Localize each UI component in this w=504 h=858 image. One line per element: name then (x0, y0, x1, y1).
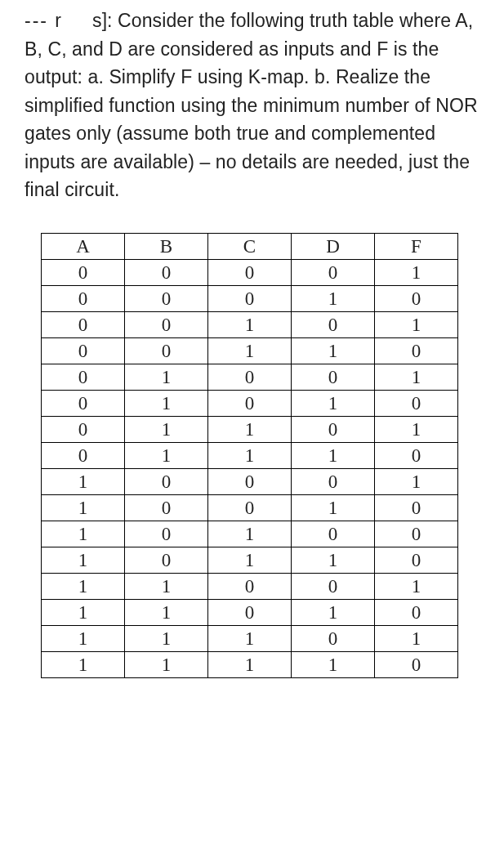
table-header: ABCDF (42, 233, 458, 259)
table-cell: 1 (292, 651, 375, 677)
table-row: 10100 (42, 521, 458, 547)
table-row: 10010 (42, 494, 458, 521)
table-header-cell: B (125, 233, 208, 259)
table-cell: 1 (42, 625, 125, 651)
table-cell: 0 (208, 494, 292, 521)
table-row: 10110 (42, 547, 458, 573)
table-cell: 1 (375, 364, 458, 390)
table-cell: 1 (375, 311, 458, 337)
table-cell: 1 (292, 285, 375, 311)
table-cell: 1 (125, 599, 208, 625)
table-cell: 1 (375, 573, 458, 599)
table-cell: 0 (375, 547, 458, 573)
table-cell: 1 (292, 494, 375, 521)
table-cell: 1 (292, 547, 375, 573)
table-row: 11010 (42, 599, 458, 625)
table-cell: 0 (292, 468, 375, 494)
table-cell: 1 (42, 573, 125, 599)
table-row: 11101 (42, 625, 458, 651)
table-cell: 1 (375, 468, 458, 494)
table-cell: 1 (42, 547, 125, 573)
table-cell: 1 (125, 625, 208, 651)
table-cell: 0 (208, 599, 292, 625)
table-cell: 0 (292, 521, 375, 547)
table-row: 11001 (42, 573, 458, 599)
table-cell: 0 (292, 364, 375, 390)
table-cell: 1 (125, 390, 208, 416)
table-cell: 1 (208, 416, 292, 442)
table-cell: 1 (208, 311, 292, 337)
table-row: 01101 (42, 416, 458, 442)
table-cell: 0 (375, 599, 458, 625)
table-cell: 1 (125, 442, 208, 468)
table-cell: 0 (375, 285, 458, 311)
table-cell: 0 (125, 259, 208, 285)
table-row: 00010 (42, 285, 458, 311)
table-cell: 0 (292, 311, 375, 337)
table-cell: 0 (125, 547, 208, 573)
table-row: 01010 (42, 390, 458, 416)
table-cell: 1 (292, 599, 375, 625)
table-row: 00001 (42, 259, 458, 285)
problem-prefix: --- r (25, 10, 92, 31)
table-row: 11110 (42, 651, 458, 677)
table-cell: 0 (208, 259, 292, 285)
table-row: 00101 (42, 311, 458, 337)
table-cell: 0 (125, 494, 208, 521)
table-cell: 0 (375, 521, 458, 547)
table-cell: 0 (292, 416, 375, 442)
table-body: 0000100010001010011001001010100110101110… (42, 259, 458, 677)
problem-body: s]: Consider the following truth table w… (25, 10, 478, 200)
table-cell: 0 (375, 494, 458, 521)
table-header-cell: D (292, 233, 375, 259)
table-cell: 1 (208, 442, 292, 468)
table-cell: 1 (42, 468, 125, 494)
table-cell: 0 (42, 259, 125, 285)
table-cell: 0 (42, 364, 125, 390)
table-cell: 1 (375, 416, 458, 442)
table-cell: 0 (292, 573, 375, 599)
table-cell: 0 (208, 390, 292, 416)
table-row: 00110 (42, 337, 458, 364)
table-cell: 0 (292, 625, 375, 651)
table-cell: 1 (208, 547, 292, 573)
table-cell: 1 (42, 494, 125, 521)
table-cell: 0 (208, 573, 292, 599)
table-cell: 0 (375, 651, 458, 677)
table-cell: 0 (125, 468, 208, 494)
table-cell: 1 (292, 390, 375, 416)
table-cell: 0 (125, 285, 208, 311)
table-row: 10001 (42, 468, 458, 494)
table-cell: 0 (375, 442, 458, 468)
table-cell: 0 (42, 416, 125, 442)
table-cell: 1 (42, 651, 125, 677)
table-cell: 0 (42, 285, 125, 311)
table-cell: 1 (125, 573, 208, 599)
table-cell: 1 (208, 521, 292, 547)
table-header-cell: F (375, 233, 458, 259)
table-cell: 0 (125, 337, 208, 364)
table-cell: 1 (42, 599, 125, 625)
problem-statement: --- rs]: Consider the following truth ta… (25, 7, 479, 204)
table-cell: 0 (208, 285, 292, 311)
table-cell: 0 (208, 364, 292, 390)
table-cell: 0 (292, 259, 375, 285)
table-row: 01001 (42, 364, 458, 390)
table-cell: 1 (375, 625, 458, 651)
table-row: 01110 (42, 442, 458, 468)
table-cell: 1 (208, 337, 292, 364)
table-cell: 1 (125, 364, 208, 390)
table-cell: 1 (292, 442, 375, 468)
table-cell: 1 (208, 651, 292, 677)
table-cell: 1 (125, 651, 208, 677)
table-cell: 0 (42, 311, 125, 337)
table-cell: 0 (125, 311, 208, 337)
table-cell: 0 (42, 390, 125, 416)
table-cell: 0 (125, 521, 208, 547)
table-header-cell: A (42, 233, 125, 259)
table-cell: 1 (125, 416, 208, 442)
table-cell: 0 (375, 390, 458, 416)
table-header-cell: C (208, 233, 292, 259)
table-cell: 0 (42, 442, 125, 468)
table-cell: 1 (375, 259, 458, 285)
